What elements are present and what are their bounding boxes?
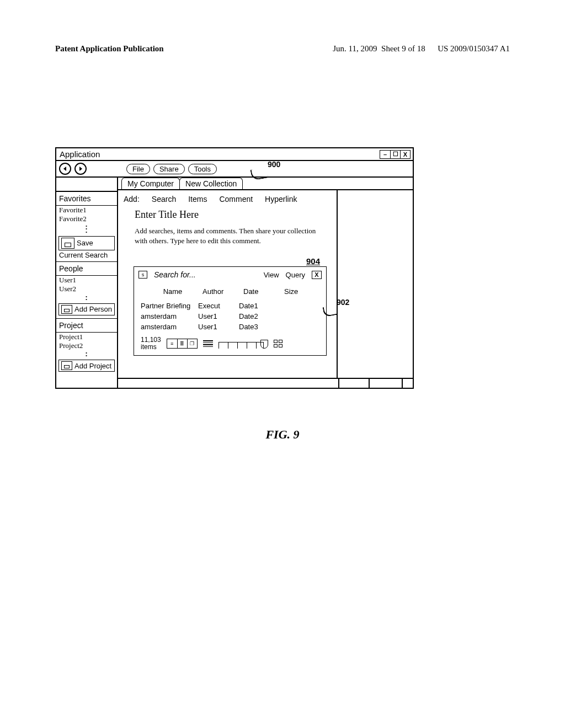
col-size[interactable]: Size: [284, 287, 312, 296]
toolbar: File Share Tools: [56, 161, 413, 178]
tabs: My Computer New Collection: [118, 178, 413, 190]
col-date[interactable]: Date: [243, 287, 282, 296]
collection-content: Add: Search Items Comment Hyperlink Ente…: [118, 190, 338, 378]
project-heading: Project: [56, 319, 117, 332]
preview-pane: [338, 190, 413, 378]
results-footer: 11,103items ≡ ≣ ❐: [138, 332, 322, 352]
add-comment[interactable]: Comment: [219, 195, 253, 204]
add-hyperlink[interactable]: Hyperlink: [265, 195, 297, 204]
save-sublabel: Current Search: [56, 251, 117, 260]
more-dots-icon: ··: [56, 295, 117, 301]
result-row[interactable]: amsterdam User1 Date2: [138, 311, 322, 322]
people-heading: People: [56, 262, 117, 275]
minimize-button[interactable]: –: [380, 151, 390, 158]
col-name[interactable]: Name: [145, 287, 200, 296]
item-count: 11,103items: [141, 336, 161, 351]
favorites-heading: Favorites: [56, 192, 117, 205]
save-icon: [61, 238, 74, 249]
share-menu[interactable]: Share: [153, 164, 185, 174]
sidebar: Favorites Favorite1 Favorite2 ··· Save C…: [56, 178, 118, 388]
save-label: Save: [77, 239, 93, 247]
tab-my-computer[interactable]: My Computer: [121, 178, 180, 189]
file-menu[interactable]: File: [126, 164, 150, 174]
add-project-button[interactable]: Add Project: [58, 360, 115, 372]
card-view-icon: ❐: [187, 339, 197, 348]
save-icon: [61, 305, 72, 314]
tools-menu[interactable]: Tools: [188, 164, 217, 174]
window-title: Application: [60, 149, 100, 159]
project-item[interactable]: Project1: [56, 333, 117, 341]
main-area: My Computer New Collection Add: Search I…: [118, 178, 413, 388]
save-icon: [61, 361, 72, 370]
statusbar: [118, 378, 413, 388]
titlebar: Application – ☐ X: [56, 148, 413, 161]
result-row[interactable]: amsterdam User1 Date3: [138, 322, 322, 332]
add-search[interactable]: Search: [152, 195, 176, 204]
title-input[interactable]: Enter Title Here: [135, 209, 326, 221]
add-label: Add:: [124, 195, 140, 204]
more-dots-icon: ···: [56, 224, 117, 233]
query-link[interactable]: Query: [286, 271, 305, 279]
search-panel: s Search for... View Query X Name Author…: [134, 266, 327, 356]
application-window: Application – ☐ X File Share Tools Favor…: [55, 147, 414, 389]
add-person-button[interactable]: Add Person: [58, 303, 115, 315]
pub-title: Patent Application Publication: [55, 44, 164, 53]
save-current-search-button[interactable]: Save: [58, 236, 115, 250]
comment-text[interactable]: Add searches, items and comments. Then s…: [135, 226, 326, 245]
zoom-slider[interactable]: [218, 339, 268, 349]
more-dots-icon: ··: [56, 351, 117, 357]
add-items[interactable]: Items: [188, 195, 207, 204]
pub-meta: Jun. 11, 2009 Sheet 9 of 18 US 2009/0150…: [333, 44, 510, 53]
close-button[interactable]: X: [400, 151, 410, 158]
detail-view-icon: ≣: [177, 339, 187, 348]
list-view-icon: ≡: [167, 339, 177, 348]
tab-new-collection[interactable]: New Collection: [179, 178, 243, 189]
person-item[interactable]: User1: [56, 276, 117, 285]
add-person-label: Add Person: [74, 305, 112, 313]
back-icon[interactable]: [59, 163, 71, 175]
search-input[interactable]: Search for...: [154, 270, 257, 279]
col-author[interactable]: Author: [202, 287, 241, 296]
figure-caption: FIG. 9: [55, 427, 510, 442]
view-link[interactable]: View: [264, 271, 279, 279]
add-row: Add: Search Items Comment Hyperlink: [118, 194, 337, 209]
grid-view-icon[interactable]: [274, 340, 282, 347]
forward-icon[interactable]: [74, 163, 87, 175]
result-row[interactable]: Partner Briefing Execut Date1: [138, 301, 322, 311]
view-mode-buttons[interactable]: ≡ ≣ ❐: [167, 339, 198, 349]
window-controls: – ☐ X: [380, 150, 411, 159]
lines-icon[interactable]: [203, 340, 213, 347]
results-header: Name Author Date Size: [138, 286, 322, 297]
favorite-item[interactable]: Favorite1: [56, 206, 117, 215]
search-icon[interactable]: s: [138, 271, 147, 279]
publication-header: Patent Application Publication Jun. 11, …: [55, 44, 510, 53]
maximize-button[interactable]: ☐: [390, 151, 400, 158]
close-icon[interactable]: X: [312, 271, 322, 279]
add-project-label: Add Project: [74, 362, 111, 370]
